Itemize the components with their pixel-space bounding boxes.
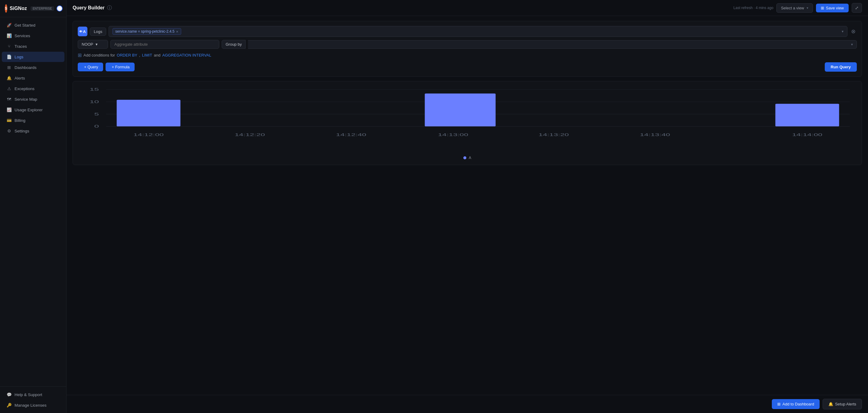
add-query-label: + Query xyxy=(84,65,98,69)
sidebar-item-label: Usage Explorer xyxy=(14,108,43,112)
logo-icon: S xyxy=(5,4,7,13)
aggregation-select[interactable]: NOOP ▾ xyxy=(78,40,108,49)
sidebar-item-dashboards[interactable]: ⊞ Dashboards xyxy=(2,62,64,72)
limit-link[interactable]: LIMIT xyxy=(142,53,152,58)
content-area: 👁 A Logs service.name = spring-petclinic… xyxy=(66,16,868,395)
setup-alerts-button[interactable]: 🔔 Setup Alerts xyxy=(823,399,862,409)
sidebar-item-billing[interactable]: 💳 Billing xyxy=(2,115,64,125)
key-icon: 🔑 xyxy=(7,403,11,408)
add-formula-button[interactable]: + Formula xyxy=(105,63,134,71)
query-label-a[interactable]: 👁 A xyxy=(78,27,87,36)
topbar: Query Builder ⓘ Last refresh · 4 mins ag… xyxy=(66,0,868,16)
sidebar-item-label: Alerts xyxy=(14,76,25,81)
conditions-row: ⊞ Add conditions for ORDER BY , LIMIT an… xyxy=(78,52,857,58)
main-content: Query Builder ⓘ Last refresh · 4 mins ag… xyxy=(66,0,868,413)
sidebar-item-help-support[interactable]: 💬 Help & Support xyxy=(2,389,64,400)
sidebar-item-service-map[interactable]: 🗺 Service Map xyxy=(2,94,64,104)
query-actions: + Query + Formula Run Query xyxy=(78,62,857,72)
legend-dot-a xyxy=(463,156,466,159)
sidebar-footer: 💬 Help & Support 🔑 Manage Licenses xyxy=(0,386,66,413)
svg-text:5: 5 xyxy=(94,112,99,117)
alerts-icon: 🔔 xyxy=(828,402,833,406)
filter-chevron-icon: ▾ xyxy=(842,29,843,34)
legend-label-a: A xyxy=(469,156,471,160)
eye-icon: 👁 xyxy=(79,30,82,33)
sidebar-header: S SiGNoz ENTERPRISE xyxy=(0,0,66,17)
sidebar-item-label: Billing xyxy=(14,118,25,123)
group-by-value[interactable]: ▾ xyxy=(248,40,857,49)
svg-rect-8 xyxy=(117,100,181,126)
share-icon: ⤢ xyxy=(855,5,859,10)
sidebar-item-label: Exceptions xyxy=(14,87,34,91)
topbar-right: Last refresh · 4 mins ago Select a view … xyxy=(734,3,862,13)
theme-toggle-knob xyxy=(57,6,62,11)
aggregation-value: NOOP xyxy=(82,42,93,46)
query-close-button[interactable]: ⊗ xyxy=(850,28,857,35)
chart-svg: 15 10 5 0 14:12:00 14:12:20 14:12:40 14: xyxy=(78,86,857,153)
svg-text:14:14:00: 14:14:00 xyxy=(792,133,822,137)
theme-toggle[interactable] xyxy=(57,5,63,11)
select-view-label: Select a view xyxy=(781,6,804,10)
sidebar-item-get-started[interactable]: 🚀 Get Started xyxy=(2,20,64,30)
bell-icon: 🔔 xyxy=(7,75,11,81)
save-view-label: Save view xyxy=(826,6,844,10)
sidebar-nav: 🚀 Get Started 📊 Services ⑂ Traces 📄 Logs… xyxy=(0,17,66,386)
setup-alerts-label: Setup Alerts xyxy=(835,402,856,406)
sidebar-item-traces[interactable]: ⑂ Traces xyxy=(2,41,64,52)
sidebar-item-exceptions[interactable]: ⚠ Exceptions xyxy=(2,84,64,94)
share-button[interactable]: ⤢ xyxy=(852,3,862,13)
sidebar-item-alerts[interactable]: 🔔 Alerts xyxy=(2,73,64,83)
and-text: and xyxy=(154,53,161,58)
sidebar-item-label: Logs xyxy=(14,55,23,59)
group-by-label: Group by xyxy=(222,40,246,49)
filter-tag-close-icon[interactable]: × xyxy=(176,30,179,34)
agg-interval-link[interactable]: AGGREGATION INTERVAL xyxy=(162,53,211,58)
save-view-button[interactable]: ⊞ Save view xyxy=(816,4,849,12)
filter-field[interactable]: service.name = spring-petclinic-2.4.5 × … xyxy=(108,26,847,37)
chart-legend: A xyxy=(78,156,857,160)
sidebar-item-label: Settings xyxy=(14,129,29,133)
order-by-link[interactable]: ORDER BY xyxy=(117,53,137,58)
enterprise-badge: ENTERPRISE xyxy=(31,6,54,11)
alert-triangle-icon: ⚠ xyxy=(7,86,11,91)
run-query-button[interactable]: Run Query xyxy=(825,62,857,72)
last-refresh-text: Last refresh · 4 mins ago xyxy=(734,6,773,10)
sidebar-item-label: Services xyxy=(14,34,30,38)
save-icon: ⊞ xyxy=(821,6,824,10)
git-branch-icon: ⑂ xyxy=(7,44,11,49)
aggregate-attribute-input[interactable] xyxy=(111,40,219,49)
add-to-dashboard-button[interactable]: ⊞ Add to Dashboard xyxy=(772,399,819,409)
source-badge[interactable]: Logs xyxy=(90,28,106,36)
credit-card-icon: 💳 xyxy=(7,118,11,123)
sidebar-item-label: Service Map xyxy=(14,97,37,102)
chart-panel: 15 10 5 0 14:12:00 14:12:20 14:12:40 14: xyxy=(72,81,862,165)
settings-icon: ⚙ xyxy=(7,128,11,133)
comma-1: , xyxy=(139,53,140,58)
add-conditions-icon[interactable]: ⊞ xyxy=(78,52,82,58)
add-formula-label: + Formula xyxy=(112,65,130,69)
help-circle-icon[interactable]: ⓘ xyxy=(107,5,112,11)
sidebar-item-logs[interactable]: 📄 Logs xyxy=(2,52,64,62)
sidebar-item-label: Traces xyxy=(14,44,27,49)
chevron-down-icon: ▾ xyxy=(807,6,808,10)
rocket-icon: 🚀 xyxy=(7,23,11,28)
sidebar-item-settings[interactable]: ⚙ Settings xyxy=(2,126,64,136)
svg-text:14:13:00: 14:13:00 xyxy=(438,133,468,137)
topbar-left: Query Builder ⓘ xyxy=(72,5,112,11)
page-title: Query Builder xyxy=(72,5,105,10)
conditions-text: Add conditions for xyxy=(84,53,115,58)
query-id: A xyxy=(83,29,86,34)
sidebar-item-manage-licenses[interactable]: 🔑 Manage Licenses xyxy=(2,400,64,410)
sidebar-item-services[interactable]: 📊 Services xyxy=(2,31,64,41)
sidebar-item-usage-explorer[interactable]: 📈 Usage Explorer xyxy=(2,105,64,115)
svg-rect-10 xyxy=(775,104,839,126)
message-circle-icon: 💬 xyxy=(7,392,11,397)
grid-icon: ⊞ xyxy=(7,65,11,70)
add-query-button[interactable]: + Query xyxy=(78,63,103,71)
sidebar-item-label: Get Started xyxy=(14,23,35,28)
aggregation-row: NOOP ▾ Group by ▾ xyxy=(78,40,857,49)
chart-container: 15 10 5 0 14:12:00 14:12:20 14:12:40 14: xyxy=(78,86,857,153)
query-builder-panel: 👁 A Logs service.name = spring-petclinic… xyxy=(72,21,862,77)
svg-text:14:13:20: 14:13:20 xyxy=(539,133,569,137)
select-view-button[interactable]: Select a view ▾ xyxy=(776,3,813,13)
